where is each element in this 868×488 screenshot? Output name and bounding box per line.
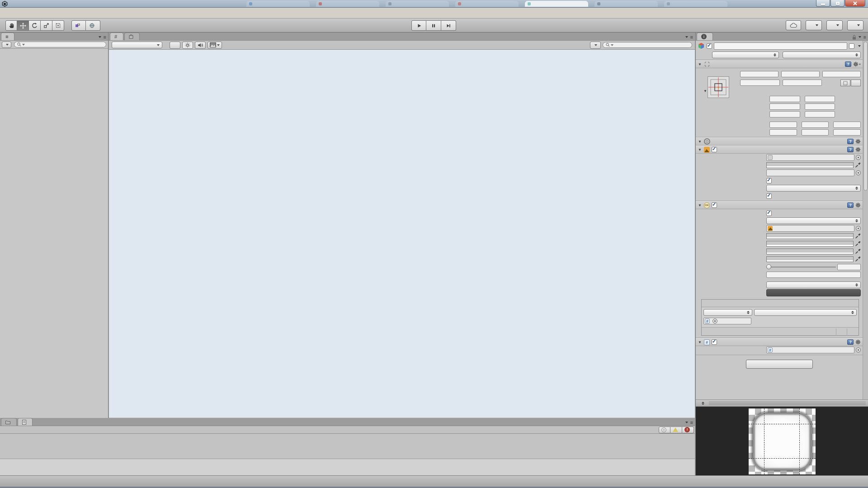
event-target-field[interactable] (703, 318, 751, 324)
color-swatch[interactable] (766, 162, 854, 168)
eyedropper-icon[interactable] (855, 233, 861, 239)
object-picker-icon[interactable] (856, 347, 861, 352)
anchors-min-y-field[interactable] (805, 96, 835, 102)
pos-y-field[interactable] (781, 71, 820, 77)
pos-z-field[interactable] (822, 71, 861, 77)
transition-dropdown[interactable] (766, 217, 861, 224)
event-mode-dropdown[interactable] (703, 309, 752, 316)
fill-center-checkbox[interactable] (766, 193, 772, 199)
eyedropper-icon[interactable] (855, 256, 861, 262)
gear-icon[interactable] (855, 139, 861, 144)
lock-icon[interactable] (852, 35, 856, 40)
navigation-dropdown[interactable] (766, 282, 861, 288)
lighting-toggle-button[interactable] (182, 42, 193, 49)
scene-render[interactable] (109, 50, 695, 418)
eyedropper-icon[interactable] (855, 162, 861, 168)
blueprint-mode-button[interactable] (840, 80, 850, 86)
foldout-icon[interactable]: ▼ (698, 62, 702, 66)
target-graph-field[interactable] (766, 225, 854, 232)
foldout-icon[interactable]: ▼ (698, 140, 702, 144)
foldout-icon[interactable]: ▼ (698, 340, 702, 344)
rotate-tool-button[interactable] (29, 20, 41, 31)
static-checkbox[interactable] (849, 43, 854, 49)
inspector-scrollbar[interactable] (863, 41, 868, 399)
console-log-list[interactable] (0, 434, 695, 459)
gear-icon[interactable] (853, 61, 861, 67)
panel-menu-icon[interactable] (863, 34, 866, 40)
gizmos-dropdown[interactable] (590, 42, 601, 49)
help-icon[interactable] (847, 139, 854, 144)
rotation-z-field[interactable] (833, 122, 861, 128)
layers-dropdown[interactable] (826, 20, 843, 30)
pivot-mode-button[interactable] (71, 20, 86, 31)
panel-dropdown-icon[interactable] (685, 36, 688, 38)
raw-mode-button[interactable] (851, 80, 861, 86)
play-button[interactable] (411, 20, 426, 31)
pos-x-field[interactable] (740, 71, 778, 77)
tab-scene[interactable] (110, 33, 123, 40)
raycast-target-checkbox[interactable] (766, 178, 772, 183)
material-field[interactable] (766, 169, 854, 176)
foldout-icon[interactable]: ▼ (698, 203, 702, 207)
switcher-component-header[interactable]: ▼ (696, 338, 863, 346)
height-field[interactable] (783, 80, 822, 86)
canvas-renderer-header[interactable]: ▼ (696, 137, 863, 145)
active-checkbox[interactable] (707, 43, 712, 49)
info-count-toggle[interactable] (659, 427, 670, 433)
scene-search[interactable] (603, 42, 692, 48)
scale-tool-button[interactable] (41, 20, 52, 31)
scale-x-field[interactable] (769, 129, 797, 136)
script-field[interactable] (766, 347, 854, 353)
object-picker-icon[interactable] (856, 155, 861, 160)
width-field[interactable] (740, 80, 780, 86)
panel-dropdown-icon[interactable] (859, 36, 861, 38)
tab-project[interactable] (1, 418, 17, 426)
scrollbar-thumb[interactable] (863, 42, 868, 191)
object-picker-icon[interactable] (712, 319, 717, 324)
audio-toggle-button[interactable] (195, 42, 206, 49)
warning-count-toggle[interactable] (670, 427, 682, 433)
space-mode-button[interactable] (86, 20, 100, 31)
cloud-services-button[interactable] (786, 20, 801, 30)
rect-tool-button[interactable] (52, 20, 64, 31)
switcher-enabled-checkbox[interactable] (712, 339, 717, 345)
layer-dropdown[interactable] (783, 52, 861, 58)
foldout-icon[interactable]: ▼ (698, 148, 702, 152)
minimize-button[interactable] (816, 0, 830, 7)
gear-icon[interactable] (855, 202, 861, 208)
gear-icon[interactable] (855, 147, 861, 152)
step-button[interactable] (441, 20, 456, 31)
image-component-header[interactable]: ▼ (696, 145, 863, 154)
panel-menu-icon[interactable] (690, 34, 693, 40)
event-function-dropdown[interactable] (754, 309, 857, 316)
image-type-dropdown[interactable] (766, 185, 861, 192)
eyedropper-icon[interactable] (855, 241, 861, 247)
button-enabled-checkbox[interactable] (712, 202, 717, 208)
2d-toggle-button[interactable] (170, 42, 180, 49)
help-icon[interactable] (847, 339, 854, 345)
visualize-button[interactable] (766, 289, 861, 296)
disabled-color-swatch[interactable] (766, 256, 854, 262)
preview-header[interactable] (696, 400, 868, 407)
gear-icon[interactable] (855, 339, 861, 345)
anchor-preset-widget[interactable] (708, 76, 729, 98)
anchors-min-x-field[interactable] (769, 96, 800, 102)
gameobject-name-field[interactable] (714, 42, 847, 50)
highlighted-color-swatch[interactable] (766, 241, 854, 247)
fade-duration-field[interactable] (766, 272, 861, 278)
object-picker-icon[interactable] (856, 226, 861, 231)
tag-dropdown[interactable] (712, 52, 779, 58)
layout-dropdown[interactable] (847, 20, 863, 30)
source-image-field[interactable] (766, 154, 854, 161)
hand-tool-button[interactable] (5, 20, 17, 31)
help-icon[interactable] (847, 202, 854, 208)
preview-popout-icon[interactable] (702, 402, 704, 405)
hierarchy-search[interactable] (14, 42, 106, 47)
error-count-toggle[interactable] (682, 427, 694, 433)
rect-transform-header[interactable]: ▼ (696, 60, 863, 68)
static-dropdown-icon[interactable] (858, 45, 861, 47)
object-picker-icon[interactable] (856, 170, 861, 175)
tab-console[interactable] (18, 418, 33, 426)
pause-button[interactable] (426, 20, 441, 31)
image-enabled-checkbox[interactable] (712, 147, 717, 152)
